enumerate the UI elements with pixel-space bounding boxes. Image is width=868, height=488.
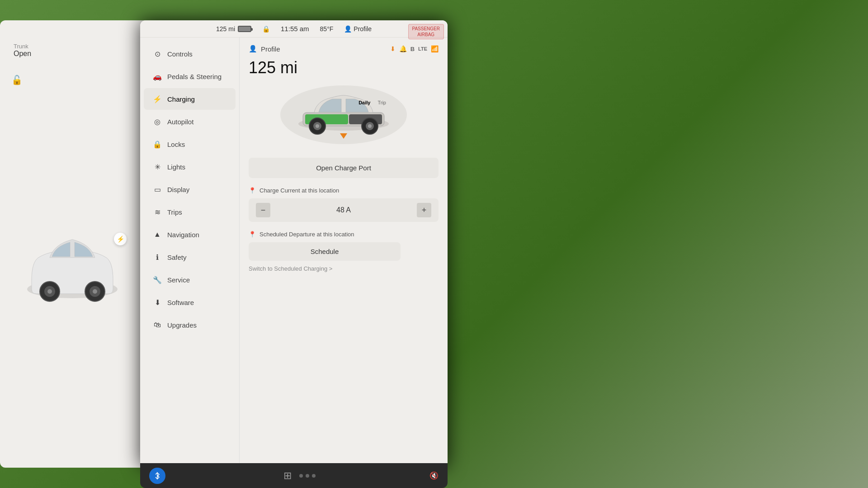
lock-icon: 🔓 <box>11 75 23 85</box>
battery-miles: 125 mi <box>216 25 235 33</box>
charge-current-section-label: 📍 Charge Current at this location <box>249 187 439 194</box>
profile-icon: 👤 <box>344 25 352 33</box>
car-chassis-svg <box>289 90 398 140</box>
trips-label: Trips <box>167 208 182 216</box>
current-value-display: 48 A <box>336 206 351 214</box>
charge-level-indicator <box>340 133 347 139</box>
battery-icon <box>238 26 251 32</box>
battery-info: 125 mi <box>216 25 251 33</box>
svg-point-6 <box>93 289 97 294</box>
charging-icon: ⚡ <box>153 94 162 103</box>
current-time: 11:55 am <box>281 25 309 33</box>
lights-icon: ✳ <box>153 162 162 171</box>
sidebar-item-locks[interactable]: 🔒 Locks <box>144 133 236 155</box>
svg-point-13 <box>316 124 319 128</box>
scheduled-departure-text: Scheduled Departure at this location <box>259 231 354 238</box>
car-area: Daily Trip <box>280 85 407 144</box>
increment-current-button[interactable]: + <box>417 203 431 217</box>
trip-tab[interactable]: Trip <box>375 99 389 106</box>
left-car-panel: Trunk Open 🔓 ⚡ <box>0 20 145 468</box>
taskbar-grid-icon[interactable]: ⊞ <box>279 468 296 484</box>
sidebar-item-navigation[interactable]: ▲ Navigation <box>144 224 236 245</box>
lock-status-icon: 🔒 <box>262 25 270 33</box>
software-icon: ⬇ <box>153 298 162 307</box>
profile-person-icon: 👤 <box>249 45 257 53</box>
taskbar-center: ⊞ <box>279 468 316 484</box>
mute-icon[interactable]: 🔇 <box>429 472 439 479</box>
sidebar-item-display[interactable]: ▭ Display <box>144 178 236 200</box>
charge-current-label: Charge Current at this location <box>259 187 339 194</box>
safety-label: Safety <box>167 253 187 261</box>
pedals-label: Pedals & Steering <box>167 73 222 80</box>
software-label: Software <box>167 299 194 306</box>
service-label: Service <box>167 276 190 284</box>
bluetooth-status-icon: B <box>410 46 415 52</box>
daily-tab[interactable]: Daily <box>356 99 373 106</box>
lights-label: Lights <box>167 163 185 171</box>
sidebar-item-lights[interactable]: ✳ Lights <box>144 156 236 178</box>
schedule-button[interactable]: Schedule <box>249 242 401 261</box>
location-pin-icon: 📍 <box>249 187 256 194</box>
status-icons: ⬇ 🔔 B LTE 📶 <box>390 45 439 52</box>
sidebar: ⊙ Controls 🚗 Pedals & Steering ⚡ Chargin… <box>140 38 240 464</box>
safety-icon: ℹ <box>153 253 162 262</box>
status-bar: 125 mi 🔒 11:55 am 85°F 👤 Profile <box>140 20 448 38</box>
controls-label: Controls <box>167 50 193 58</box>
lte-label: LTE <box>418 46 427 52</box>
bell-icon: 🔔 <box>399 45 407 52</box>
trunk-label: Trunk <box>14 43 31 50</box>
switch-charging-text[interactable]: Switch to Scheduled Charging > <box>249 265 332 272</box>
trunk-info: Trunk Open <box>14 43 31 58</box>
svg-point-16 <box>368 124 372 128</box>
controls-icon: ⊙ <box>153 49 162 58</box>
display-label: Display <box>167 186 189 193</box>
profile-button[interactable]: 👤 Profile <box>344 25 372 33</box>
charging-lightning-badge: ⚡ <box>114 233 127 245</box>
taskbar-dot-2 <box>306 474 309 478</box>
signal-icon: 📶 <box>431 45 439 52</box>
charging-label: Charging <box>167 95 195 103</box>
tesla-screen: PASSENGER AIRBAG 125 mi 🔒 11:55 am 85°F … <box>140 20 448 468</box>
trips-icon: ≋ <box>153 207 162 216</box>
profile-left: 👤 Profile <box>249 45 280 53</box>
service-icon: 🔧 <box>153 275 162 284</box>
bluetooth-svg <box>153 472 161 480</box>
pedals-icon: 🚗 <box>153 72 162 81</box>
sidebar-item-autopilot[interactable]: ◎ Autopilot <box>144 111 236 132</box>
taskbar: ⊞ 🔇 <box>140 463 448 488</box>
sidebar-item-charging[interactable]: ⚡ Charging <box>144 88 236 110</box>
decrement-current-button[interactable]: − <box>256 203 270 217</box>
sidebar-item-service[interactable]: 🔧 Service <box>144 269 236 291</box>
upgrades-icon: 🛍 <box>153 320 162 329</box>
charging-header: 👤 Profile ⬇ 🔔 B LTE 📶 <box>249 45 439 53</box>
locks-label: Locks <box>167 141 185 148</box>
car-svg <box>14 199 131 334</box>
main-content: ⊙ Controls 🚗 Pedals & Steering ⚡ Chargin… <box>140 38 448 464</box>
taskbar-left <box>149 468 165 484</box>
car-image-area: ⚡ <box>5 102 140 432</box>
battery-tabs: Daily Trip <box>356 99 389 106</box>
svg-point-3 <box>47 289 52 294</box>
content-profile-label: Profile <box>261 45 280 53</box>
airbag-badge: PASSENGER AIRBAG <box>408 24 444 39</box>
profile-label: Profile <box>354 25 372 33</box>
sidebar-item-software[interactable]: ⬇ Software <box>144 291 236 313</box>
upgrades-label: Upgrades <box>167 321 197 329</box>
trunk-status: Open <box>14 50 31 58</box>
sidebar-item-trips[interactable]: ≋ Trips <box>144 201 236 223</box>
sidebar-item-controls[interactable]: ⊙ Controls <box>144 43 236 65</box>
sidebar-item-upgrades[interactable]: 🛍 Upgrades <box>144 314 236 336</box>
current-control: − 48 A + <box>249 198 439 222</box>
autopilot-label: Autopilot <box>167 118 193 126</box>
autopilot-icon: ◎ <box>153 117 162 126</box>
taskbar-right: 🔇 <box>429 471 439 480</box>
switch-charging-link[interactable]: Switch to Scheduled Charging > <box>249 264 439 272</box>
open-charge-port-button[interactable]: Open Charge Port <box>249 158 439 178</box>
download-icon: ⬇ <box>390 45 396 52</box>
sidebar-item-pedals[interactable]: 🚗 Pedals & Steering <box>144 66 236 87</box>
battery-miles-display: 125 mi <box>249 58 439 77</box>
locks-icon: 🔒 <box>153 140 162 149</box>
taskbar-dots <box>299 474 316 478</box>
taskbar-bluetooth-icon[interactable] <box>149 468 165 484</box>
sidebar-item-safety[interactable]: ℹ Safety <box>144 246 236 268</box>
